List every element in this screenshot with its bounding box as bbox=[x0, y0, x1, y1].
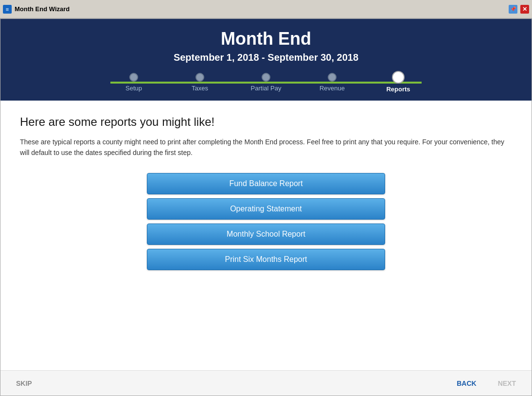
progress-steps: Setup Taxes Partial Pay Revenue Reports bbox=[0, 72, 532, 93]
content-heading: Here are some reports you might like! bbox=[20, 115, 512, 129]
step-setup: Setup bbox=[101, 73, 167, 92]
app-window: Month End September 1, 2018 - September … bbox=[0, 18, 532, 396]
content-area: Here are some reports you might like! Th… bbox=[0, 101, 532, 370]
close-button[interactable]: ✕ bbox=[520, 5, 529, 14]
title-bar-text: Month End Wizard bbox=[15, 5, 506, 13]
app-icon: ≡ bbox=[3, 5, 12, 14]
monthly-school-report-button[interactable]: Monthly School Report bbox=[147, 224, 385, 245]
step-taxes-circle bbox=[195, 73, 204, 82]
footer-right: BACK NEXT bbox=[451, 377, 522, 390]
fund-balance-report-button[interactable]: Fund Balance Report bbox=[147, 173, 385, 194]
step-reports-circle bbox=[393, 72, 404, 83]
step-taxes: Taxes bbox=[167, 73, 233, 92]
progress-track: Setup Taxes Partial Pay Revenue Reports bbox=[101, 72, 431, 93]
step-taxes-label: Taxes bbox=[192, 85, 208, 92]
operating-statement-button[interactable]: Operating Statement bbox=[147, 198, 385, 220]
footer: SKIP BACK NEXT bbox=[0, 370, 532, 396]
next-button[interactable]: NEXT bbox=[492, 377, 522, 390]
back-button[interactable]: BACK bbox=[451, 377, 482, 390]
step-setup-label: Setup bbox=[125, 85, 142, 92]
content-description: These are typical reports a county might… bbox=[20, 137, 512, 158]
step-revenue-circle bbox=[328, 73, 337, 82]
wizard-header: Month End September 1, 2018 - September … bbox=[0, 19, 532, 101]
title-bar: ≡ Month End Wizard 📌 ✕ bbox=[0, 0, 532, 18]
step-revenue-label: Revenue bbox=[319, 85, 345, 92]
pin-button[interactable]: 📌 bbox=[509, 5, 517, 14]
step-partial-pay: Partial Pay bbox=[233, 73, 299, 92]
step-reports: Reports bbox=[365, 72, 431, 93]
footer-left: SKIP bbox=[10, 377, 451, 390]
step-reports-label: Reports bbox=[386, 86, 410, 93]
wizard-title: Month End bbox=[221, 29, 311, 49]
step-partial-pay-circle bbox=[262, 73, 270, 82]
wizard-date-range: September 1, 2018 - September 30, 2018 bbox=[174, 52, 358, 63]
step-partial-pay-label: Partial Pay bbox=[251, 85, 282, 92]
reports-container: Fund Balance Report Operating Statement … bbox=[20, 173, 512, 270]
print-six-months-report-button[interactable]: Print Six Months Report bbox=[147, 249, 385, 270]
step-revenue: Revenue bbox=[299, 73, 365, 92]
step-setup-circle bbox=[129, 73, 138, 82]
skip-button[interactable]: SKIP bbox=[10, 377, 38, 390]
